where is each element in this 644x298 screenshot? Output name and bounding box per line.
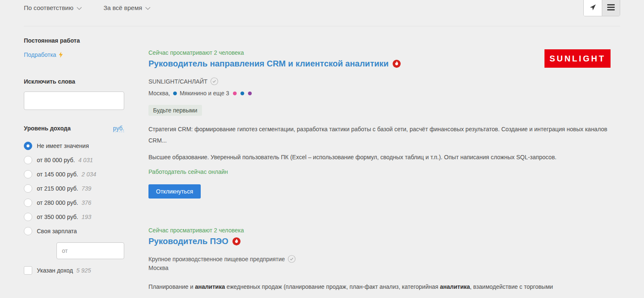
period-dropdown-label: За всё время <box>103 4 142 11</box>
company-name-link[interactable]: Крупное производственное пищевое предпри… <box>148 256 285 262</box>
income-level-label: Уровень дохода <box>24 125 71 132</box>
vacancy-card: SUNLIGHT Сейчас просматривают 2 человека… <box>148 49 611 199</box>
vacancy-title-link[interactable]: Руководитель ПЭО <box>148 237 228 246</box>
custom-salary-from-input[interactable] <box>56 242 124 259</box>
hot-vacancy-icon <box>232 237 241 246</box>
option-count: 193 <box>82 214 91 220</box>
lightning-icon <box>59 51 63 58</box>
vacancy-description: Стратегия CRM: формирование гипотез сегм… <box>148 124 611 146</box>
map-view-button[interactable] <box>584 0 602 16</box>
metro-line-dot-icon <box>173 92 177 95</box>
salary-specified-option[interactable]: Указан доход 5 925 <box>24 266 124 275</box>
company-logo-sunlight[interactable]: SUNLIGHT <box>544 49 611 68</box>
hot-vacancy-icon <box>392 59 401 68</box>
view-toggle <box>583 0 620 16</box>
be-first-badge: Будьте первыми <box>148 105 202 116</box>
radio-icon[interactable] <box>24 184 32 193</box>
viewers-count: Сейчас просматривают 2 человека <box>148 49 611 56</box>
metro-station: Мякинино и еще 3 <box>180 90 229 97</box>
exclude-words-input[interactable] <box>24 92 124 110</box>
option-count: 2 034 <box>82 171 96 178</box>
viewers-count: Сейчас просматривают 2 человека <box>148 227 611 234</box>
income-option-280000[interactable]: от 280 000 руб. 376 <box>24 198 124 207</box>
navigation-arrow-icon <box>589 3 597 11</box>
income-option-145000[interactable]: от 145 000 руб. 2 034 <box>24 170 124 178</box>
radio-icon[interactable] <box>24 170 32 178</box>
company-name-link[interactable]: SUNLIGHT/САНЛАЙТ <box>148 78 207 85</box>
filters-sidebar: Постоянная работа Подработка Исключить с… <box>24 26 124 298</box>
employer-online-status: Работодатель сейчас онлайн <box>148 168 611 175</box>
period-dropdown[interactable]: За всё время <box>103 4 150 11</box>
filter-parttime-work[interactable]: Подработка <box>24 51 124 58</box>
apply-button[interactable]: Откликнуться <box>148 184 201 199</box>
radio-icon[interactable] <box>24 156 32 164</box>
parttime-link: Подработка <box>24 51 56 58</box>
radio-icon[interactable] <box>24 227 32 235</box>
income-option-80000[interactable]: от 80 000 руб. 4 031 <box>24 155 124 164</box>
radio-icon[interactable] <box>24 199 32 207</box>
currency-link[interactable]: руб. <box>113 125 124 132</box>
metro-line-dot-icon <box>248 92 252 95</box>
metro-line-dot-icon <box>233 92 237 95</box>
income-option-custom[interactable]: Своя зарплата <box>24 227 124 235</box>
chevron-down-icon <box>145 7 151 10</box>
radio-icon[interactable] <box>24 142 32 150</box>
topbar: По соответствию За всё время <box>0 0 644 26</box>
vacancy-description: Планирование и аналитика ежедневных прод… <box>148 281 611 293</box>
chevron-down-icon <box>77 7 82 10</box>
search-term-highlight: аналитика <box>440 283 470 290</box>
income-option-350000[interactable]: от 350 000 руб. 193 <box>24 212 124 221</box>
vacancy-location: Москва, <box>148 90 170 97</box>
option-count: 5 925 <box>76 267 91 274</box>
vacancy-title-link[interactable]: Руководитель направления CRM и клиентско… <box>148 59 388 69</box>
sort-dropdown[interactable]: По соответствию <box>24 4 82 11</box>
verified-company-icon <box>210 77 218 85</box>
option-count: 4 031 <box>78 157 93 163</box>
option-count: 739 <box>82 185 91 192</box>
exclude-words-label: Исключить слова <box>24 78 124 85</box>
verified-company-icon <box>288 255 296 263</box>
search-term-highlight: аналитика <box>195 283 225 290</box>
vacancy-location: Москва <box>148 265 169 271</box>
option-count: 376 <box>82 199 91 206</box>
checkbox-icon[interactable] <box>24 266 32 275</box>
list-icon <box>607 3 615 12</box>
radio-icon[interactable] <box>24 213 32 221</box>
income-option-any[interactable]: Не имеет значения <box>24 141 124 150</box>
metro-line-dot-icon <box>240 92 244 95</box>
vacancy-card: Сейчас просматривают 2 человека Руководи… <box>148 227 611 293</box>
filter-permanent-work[interactable]: Постоянная работа <box>24 37 124 44</box>
list-view-button[interactable] <box>602 0 620 16</box>
sort-dropdown-label: По соответствию <box>24 4 74 11</box>
income-option-215000[interactable]: от 215 000 руб. 739 <box>24 184 124 193</box>
vacancy-requirements: Высшее образование. Уверенный пользовате… <box>148 152 611 163</box>
vacancy-list: SUNLIGHT Сейчас просматривают 2 человека… <box>148 26 611 298</box>
